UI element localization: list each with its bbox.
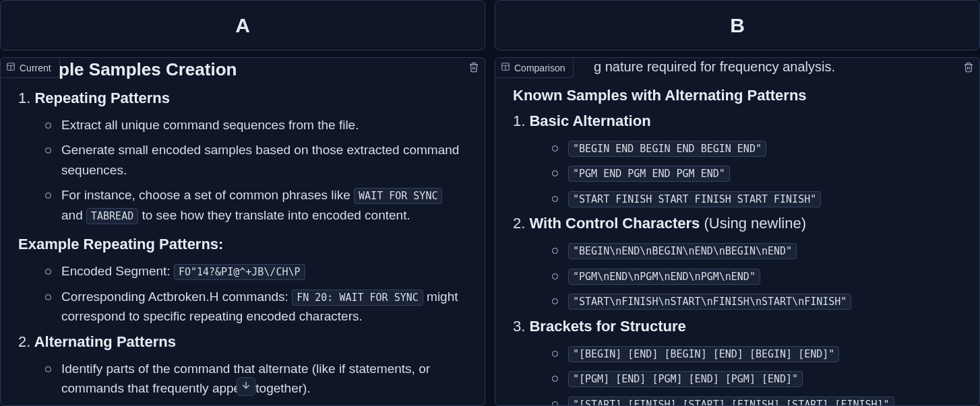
tab-current[interactable]: Current	[1, 58, 60, 78]
code-inline: WAIT FOR SYNC	[354, 188, 442, 204]
list-item: "PGM\nEND\nPGM\nEND\nPGM\nEND"	[552, 266, 962, 285]
content-card-a: Current ple Samples Creation 1. Repeatin…	[0, 57, 485, 406]
r-sec2-paren: (Using newline)	[704, 215, 806, 232]
sec1-head: 1. Repeating Patterns	[18, 90, 467, 107]
list-item: "START FINISH START FINISH START FINISH"	[552, 189, 962, 208]
code-inline: "PGM END PGM END PGM END"	[568, 166, 730, 182]
code-inline: "START FINISH START FINISH START FINISH"	[568, 191, 821, 207]
delete-button-a[interactable]	[466, 61, 482, 77]
content-card-b: Comparison g nature required for frequen…	[495, 57, 980, 406]
sec2-head: 2. Alternating Patterns	[18, 333, 467, 351]
sec1-title: Repeating Patterns	[34, 90, 170, 106]
header-b: B	[495, 0, 980, 50]
r-sec3-title: Brackets for Structure	[529, 318, 685, 335]
list-item: Extract all unique command sequences fro…	[45, 115, 467, 135]
r-sec3-head: 3. Brackets for Structure	[513, 318, 962, 335]
code-inline: "[START] [FINISH] [START] [FINISH] [STAR…	[568, 397, 894, 406]
list-item: "START\nFINISH\nSTART\nFINISH\nSTART\nFI…	[552, 291, 962, 310]
text: to see how they translate into encoded c…	[138, 208, 410, 222]
header-a: A	[0, 0, 485, 50]
list-item: "[BEGIN] [END] [BEGIN] [END] [BEGIN] [EN…	[552, 343, 962, 363]
known-head: Known Samples with Alternating Patterns	[513, 87, 962, 104]
code-inline: TABREAD	[86, 208, 138, 224]
intro-text: g nature required for frequency analysis…	[513, 59, 962, 75]
layout-icon	[6, 62, 16, 73]
code-inline: "PGM\nEND\nPGM\nEND\nPGM\nEND"	[568, 269, 760, 285]
sec2-num: 2.	[18, 333, 30, 350]
example-head: Example Repeating Patterns:	[18, 236, 467, 253]
column-b: B Comparison g nature required for frequ…	[495, 0, 980, 406]
r-sec1-title: Basic Alternation	[529, 112, 650, 129]
scroll-down-button[interactable]	[237, 377, 255, 396]
sec1-num: 1.	[18, 90, 30, 106]
header-b-label: B	[730, 14, 745, 37]
layout-icon	[501, 62, 510, 73]
r-sec1-list: "BEGIN END BEGIN END BEGIN END" "PGM END…	[513, 138, 962, 208]
list-item: Identify parts of the command that alter…	[45, 359, 467, 399]
text: Encoded Segment:	[61, 264, 174, 278]
text: Corresponding Actbroken.H commands:	[61, 290, 292, 304]
content-scroll-a[interactable]: ple Samples Creation 1. Repeating Patter…	[1, 58, 485, 405]
example-list: Encoded Segment: FO"14?&PI@^+JB\/CH\P Co…	[18, 261, 467, 326]
r-sec1-num: 1.	[513, 112, 525, 129]
list-item: Generate samples that switch between dif…	[45, 403, 467, 405]
code-inline: "BEGIN\nEND\nBEGIN\nEND\nBEGIN\nEND"	[568, 243, 797, 259]
code-inline: "[PGM] [END] [PGM] [END] [PGM] [END]"	[568, 371, 803, 387]
r-sec2-num: 2.	[513, 215, 525, 232]
sec1-list: Extract all unique command sequences fro…	[18, 115, 467, 225]
list-item: Corresponding Actbroken.H commands: FN 2…	[45, 287, 467, 327]
text: and	[61, 208, 86, 222]
list-item: Generate small encoded samples based on …	[45, 140, 467, 180]
code-inline: FN 20: WAIT FOR SYNC	[292, 290, 423, 306]
r-sec2-title: With Control Characters	[529, 215, 700, 232]
list-item: Encoded Segment: FO"14?&PI@^+JB\/CH\P	[45, 261, 467, 281]
content-scroll-b[interactable]: g nature required for frequency analysis…	[495, 58, 979, 405]
list-item: "BEGIN\nEND\nBEGIN\nEND\nBEGIN\nEND"	[552, 240, 962, 260]
r-sec3-list: "[BEGIN] [END] [BEGIN] [END] [BEGIN] [EN…	[513, 343, 962, 405]
code-inline: "[BEGIN] [END] [BEGIN] [END] [BEGIN] [EN…	[568, 346, 839, 362]
tab-comparison-label: Comparison	[514, 63, 565, 73]
trash-icon	[468, 62, 479, 75]
code-inline: FO"14?&PI@^+JB\/CH\P	[174, 264, 305, 280]
page-title-a: ple Samples Creation	[18, 59, 467, 80]
code-inline: "START\nFINISH\nSTART\nFINISH\nSTART\nFI…	[568, 294, 851, 310]
column-a: A Current ple Samples Creation 1. Repeat…	[0, 0, 485, 406]
sec2-title: Alternating Patterns	[34, 333, 176, 350]
tab-current-label: Current	[20, 63, 51, 73]
r-sec3-num: 3.	[513, 318, 525, 335]
header-a-label: A	[235, 14, 250, 37]
tab-comparison[interactable]: Comparison	[495, 58, 574, 78]
list-item: "BEGIN END BEGIN END BEGIN END"	[552, 138, 962, 158]
r-sec1-head: 1. Basic Alternation	[513, 112, 962, 130]
list-item: For instance, choose a set of common phr…	[45, 185, 467, 225]
split-container: A Current ple Samples Creation 1. Repeat…	[0, 0, 980, 406]
list-item: "[START] [FINISH] [START] [FINISH] [STAR…	[552, 394, 962, 406]
r-sec2-list: "BEGIN\nEND\nBEGIN\nEND\nBEGIN\nEND" "PG…	[513, 240, 962, 310]
list-item: "PGM END PGM END PGM END"	[552, 163, 962, 182]
delete-button-b[interactable]	[960, 61, 977, 77]
text: For instance, choose a set of common phr…	[61, 188, 354, 202]
trash-icon	[963, 62, 974, 75]
arrow-down-icon	[241, 380, 251, 393]
code-inline: "BEGIN END BEGIN END BEGIN END"	[568, 141, 766, 157]
r-sec2-head: 2. With Control Characters (Using newlin…	[513, 215, 962, 232]
list-item: "[PGM] [END] [PGM] [END] [PGM] [END]"	[552, 368, 962, 388]
